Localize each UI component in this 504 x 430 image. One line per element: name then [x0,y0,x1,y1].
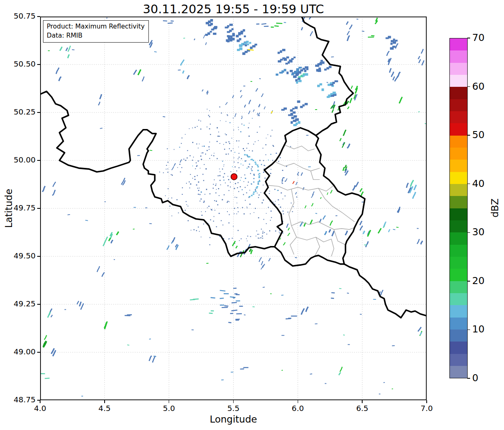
x-tick-label: 4.5 [91,404,118,413]
y-tick-mark [37,304,40,305]
colorbar-tick-mark [467,281,470,282]
colorbar-segment [450,172,467,184]
colorbar-segment [450,220,467,232]
y-tick-label: 50.75 [0,12,36,20]
y-tick-label: 49.50 [0,251,36,260]
colorbar [449,38,468,378]
colorbar-segment [450,208,467,220]
colorbar-segment [450,330,467,342]
colorbar-segment [450,160,467,172]
y-tick-mark [37,112,40,113]
colorbar-segment [450,50,467,62]
colorbar-tick-mark [467,330,470,330]
y-tick-label: 49.75 [0,203,36,212]
x-tick-mark [298,400,299,403]
x-tick-label: 5.5 [220,404,247,413]
colorbar-tick-label: 40 [472,178,485,189]
colorbar-segment [450,87,467,99]
y-tick-label: 50.25 [0,108,36,116]
x-tick-mark [362,400,363,403]
colorbar-tick-label: 20 [472,275,485,287]
y-tick-label: 49.25 [0,299,36,308]
radar-figure: 30.11.2025 19:55 - 19:59 UTC Latitude Lo… [0,0,504,430]
x-tick-label: 4.0 [27,404,53,413]
y-tick-label: 48.75 [0,395,36,404]
colorbar-segment [450,342,467,354]
colorbar-tick-label: 60 [472,81,485,92]
x-tick-mark [169,400,170,403]
y-tick-label: 49.00 [0,347,36,356]
x-tick-mark [40,400,41,403]
colorbar-segment [450,281,467,293]
colorbar-segment [450,136,467,148]
colorbar-segment [450,184,467,196]
x-tick-label: 5.0 [156,404,182,413]
colorbar-segment [450,305,467,317]
y-tick-label: 50.50 [0,60,36,68]
product-info-line: Product: Maximum Reflectivity [47,22,145,31]
colorbar-segment [450,123,467,135]
x-tick-mark [104,400,105,403]
colorbar-segment [450,257,467,269]
colorbar-segment [450,75,467,87]
colorbar-tick-mark [467,135,470,136]
colorbar-segment [450,245,467,257]
data-source-line: Data: RMIB [47,31,145,40]
y-tick-mark [37,16,40,17]
colorbar-segment [450,99,467,111]
product-info-box: Product: Maximum Reflectivity Data: RMIB [43,20,149,43]
map-plot-area [40,17,427,400]
colorbar-segment [450,38,467,50]
colorbar-tick-mark [467,86,470,87]
colorbar-segment [450,269,467,281]
x-tick-mark [233,400,234,403]
x-tick-label: 7.0 [413,404,440,413]
colorbar-segment [450,111,467,123]
x-axis-label: Longitude [40,414,427,425]
y-tick-mark [37,352,40,353]
colorbar-segment [450,318,467,330]
y-tick-mark [37,160,40,161]
x-tick-label: 6.5 [349,404,375,413]
colorbar-segment [450,354,467,366]
colorbar-tick-label: 50 [472,129,485,141]
colorbar-tick-mark [467,232,470,233]
figure-title: 30.11.2025 19:55 - 19:59 UTC [40,2,427,16]
colorbar-tick-label: 70 [472,32,485,43]
colorbar-tick-label: 10 [472,323,485,335]
colorbar-tick-label: 0 [472,372,478,384]
colorbar-segment [450,366,467,378]
colorbar-segment [450,293,467,305]
colorbar-tick-mark [467,184,470,184]
y-tick-mark [37,256,40,257]
colorbar-tick-mark [467,378,470,379]
colorbar-label: dBZ [490,198,500,217]
y-tick-mark [37,64,40,65]
colorbar-segment [450,232,467,244]
colorbar-tick-mark [467,38,470,38]
colorbar-tick-label: 30 [472,226,485,238]
x-tick-label: 6.0 [284,404,311,413]
y-tick-mark [37,400,40,401]
y-tick-label: 50.00 [0,155,36,164]
y-tick-mark [37,208,40,209]
colorbar-segment [450,196,467,208]
colorbar-segment [450,148,467,160]
x-tick-mark [426,400,427,403]
colorbar-segment [450,63,467,75]
